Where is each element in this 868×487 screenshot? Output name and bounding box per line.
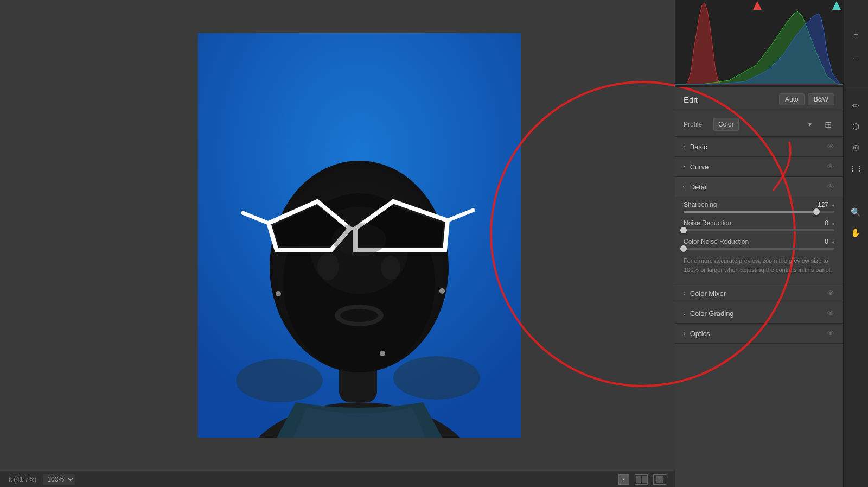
zoom-select[interactable]: 100%: [43, 474, 75, 485]
sharpening-label-row: Sharpening 127 ◂: [684, 201, 834, 208]
left-side: it (41.7%) 100% ▪: [0, 0, 675, 487]
photo-canvas: [198, 33, 521, 438]
section-curve-header[interactable]: › Curve 👁: [675, 157, 843, 176]
color-grading-label: Color Grading: [690, 309, 827, 318]
section-color-mixer: › Color Mixer 👁: [675, 283, 843, 303]
histogram-area: [675, 0, 843, 87]
noise-label-row: Noise Reduction 0 ◂: [684, 219, 834, 227]
histogram-svg: [675, 0, 843, 87]
optics-label: Optics: [690, 330, 827, 338]
section-optics-header[interactable]: › Optics 👁: [675, 324, 843, 343]
svg-point-16: [276, 291, 281, 296]
detail-info-text: For a more accurate preview, zoom the pr…: [684, 256, 834, 274]
noise-reduction-row: Noise Reduction 0 ◂: [684, 219, 834, 231]
section-curve: › Curve 👁: [675, 157, 843, 177]
section-color-mixer-header[interactable]: › Color Mixer 👁: [675, 283, 843, 303]
status-bar: it (41.7%) 100% ▪: [0, 471, 675, 487]
section-basic: › Basic 👁: [675, 137, 843, 157]
color-noise-arrow-icon[interactable]: ◂: [832, 239, 834, 245]
icon-column: ≡ ··· ✏ ⬡ ◎ ⋮⋮ 🔍 ✋: [843, 0, 868, 487]
search-icon[interactable]: 🔍: [847, 203, 865, 222]
svg-point-17: [439, 288, 445, 294]
svg-point-23: [332, 223, 386, 256]
detail-label: Detail: [690, 183, 827, 191]
noise-reduction-value: 0: [812, 219, 828, 227]
svg-point-20: [393, 356, 480, 400]
optics-chevron-icon: ›: [684, 330, 686, 337]
color-grading-chevron-icon: ›: [684, 310, 686, 317]
detail-chevron-icon: ›: [681, 186, 688, 188]
curve-eye-icon[interactable]: 👁: [827, 162, 834, 171]
section-detail: › Detail 👁 Sharpening 127 ◂: [675, 177, 843, 283]
basic-label: Basic: [690, 143, 827, 151]
filename-status: it (41.7%): [9, 476, 36, 483]
curve-chevron-icon: ›: [684, 163, 686, 170]
more-icon[interactable]: ⋮⋮: [847, 159, 865, 177]
noise-thumb[interactable]: [680, 227, 687, 233]
color-noise-label: Color Noise Reduction: [684, 238, 812, 245]
noise-reduction-label: Noise Reduction: [684, 219, 812, 227]
detail-content: Sharpening 127 ◂ N: [675, 197, 843, 283]
basic-eye-icon[interactable]: 👁: [827, 142, 834, 151]
svg-point-18: [380, 351, 385, 356]
bw-button[interactable]: B&W: [808, 93, 834, 105]
photo-container: [198, 33, 521, 438]
section-color-grading-header[interactable]: › Color Grading 👁: [675, 303, 843, 323]
color-mixer-eye-icon[interactable]: 👁: [827, 289, 834, 298]
color-noise-thumb[interactable]: [680, 245, 687, 252]
view-single-icon[interactable]: ▪: [618, 474, 629, 485]
noise-arrow-icon[interactable]: ◂: [832, 220, 834, 226]
svg-point-15: [340, 309, 378, 322]
basic-chevron-icon: ›: [684, 143, 686, 150]
color-noise-label-row: Color Noise Reduction 0 ◂: [684, 238, 834, 245]
profile-grid-icon[interactable]: ⊞: [821, 118, 834, 131]
dots-icon[interactable]: ···: [847, 48, 865, 67]
color-mixer-label: Color Mixer: [690, 289, 827, 298]
app-wrapper: it (41.7%) 100% ▪: [0, 0, 868, 487]
svg-point-19: [236, 359, 323, 402]
view-grid-icon[interactable]: [653, 474, 666, 485]
edit-header: Edit Auto B&W: [675, 87, 843, 112]
section-basic-header[interactable]: › Basic 👁: [675, 137, 843, 156]
color-grading-eye-icon[interactable]: 👁: [827, 309, 834, 318]
sharpening-track[interactable]: [684, 211, 834, 213]
svg-point-21: [317, 253, 339, 280]
sharpening-fill: [684, 211, 816, 213]
profile-chevron-icon: ▼: [807, 122, 813, 128]
profile-row: Profile Color ▼ ⊞: [675, 112, 843, 137]
color-noise-row: Color Noise Reduction 0 ◂: [684, 238, 834, 250]
sharpening-value: 127: [812, 201, 828, 208]
target-icon[interactable]: ◎: [847, 138, 865, 156]
svg-point-22: [381, 256, 400, 280]
section-color-grading: › Color Grading 👁: [675, 303, 843, 324]
edit-panel: Edit Auto B&W Profile Color ▼ ⊞: [675, 87, 843, 487]
hand2-icon[interactable]: ✋: [847, 224, 865, 242]
sharpening-arrow-icon[interactable]: ◂: [832, 202, 834, 208]
panel-column: Edit Auto B&W Profile Color ▼ ⊞: [675, 0, 843, 487]
profile-select[interactable]: Color: [713, 118, 739, 131]
curve-label: Curve: [690, 163, 827, 171]
sharpening-thumb[interactable]: [813, 208, 820, 215]
sliders-icon[interactable]: ≡: [847, 27, 865, 45]
optics-eye-icon[interactable]: 👁: [827, 329, 834, 338]
brush-icon[interactable]: ✏: [847, 97, 865, 115]
detail-eye-icon[interactable]: 👁: [827, 182, 834, 191]
view-compare-icon[interactable]: [635, 474, 648, 485]
color-mixer-chevron-icon: ›: [684, 290, 686, 296]
section-optics: › Optics 👁: [675, 324, 843, 344]
noise-reduction-track[interactable]: [684, 229, 834, 231]
edit-title: Edit: [684, 95, 776, 104]
profile-label: Profile: [684, 121, 708, 128]
sharpening-row: Sharpening 127 ◂: [684, 201, 834, 213]
section-detail-header[interactable]: › Detail 👁: [675, 177, 843, 197]
color-noise-value: 0: [812, 238, 828, 245]
right-side: Edit Auto B&W Profile Color ▼ ⊞: [675, 0, 868, 487]
stamp-icon[interactable]: ⬡: [847, 117, 865, 136]
sharpening-label: Sharpening: [684, 201, 812, 208]
auto-button[interactable]: Auto: [779, 93, 805, 105]
color-noise-track[interactable]: [684, 248, 834, 250]
photo-area: [0, 0, 675, 471]
